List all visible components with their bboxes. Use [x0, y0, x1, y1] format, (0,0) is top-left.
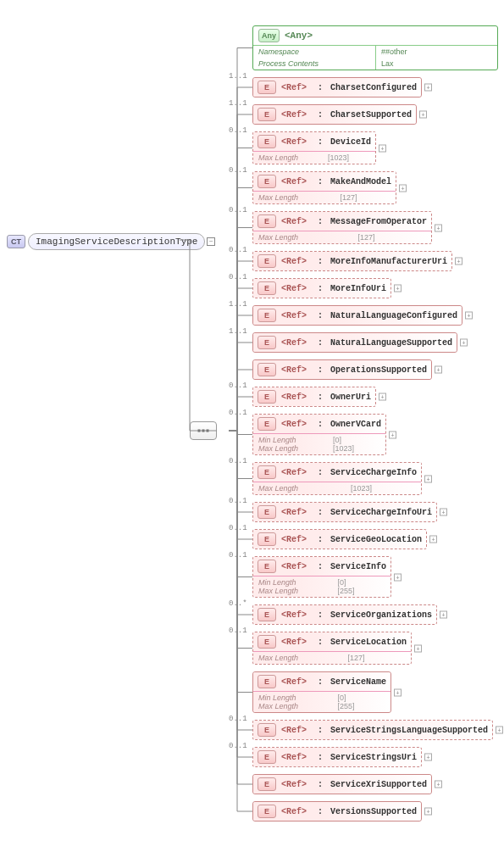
- element-ref-node[interactable]: 0..1E<Ref>:MoreInfoUri+: [252, 278, 498, 298]
- occurrence-indicator: 0..1: [229, 524, 247, 532]
- element-ref-node[interactable]: 0..1E<Ref>:DeviceIdMax Length[1023]+: [252, 131, 498, 164]
- expand-handle[interactable]: +: [440, 611, 447, 619]
- facets-grid: Min Length[0]Max Length[255]: [253, 691, 390, 712]
- name-separator: :: [318, 338, 323, 348]
- ref-keyword: <Ref>: [281, 217, 307, 226]
- element-ref-node[interactable]: 0..1E<Ref>:OwnerVCardMin Length[0]Max Le…: [252, 414, 498, 455]
- expand-handle[interactable]: +: [440, 509, 447, 516]
- element-ref-node[interactable]: E<Ref>:ServiceXriSupported+: [252, 774, 498, 794]
- occurrence-indicator: 1..1: [229, 327, 247, 336]
- expand-handle[interactable]: +: [496, 727, 503, 734]
- element-ref-node[interactable]: 0..1E<Ref>:ServiceChargeInfoMax Length[1…: [252, 462, 498, 495]
- element-ref-node[interactable]: 0..1E<Ref>:ServiceInfoMin Length[0]Max L…: [252, 556, 498, 598]
- expand-handle[interactable]: +: [424, 84, 432, 92]
- expand-handle[interactable]: +: [399, 184, 407, 192]
- facets-grid: Max Length[127]: [253, 231, 431, 243]
- ref-keyword: <Ref>: [281, 677, 307, 687]
- element-name: MoreInfoUri: [330, 284, 386, 293]
- facets-grid: Max Length[127]: [253, 191, 396, 203]
- name-separator: :: [318, 638, 323, 647]
- expand-handle[interactable]: +: [435, 224, 442, 231]
- element-badge: E: [258, 608, 276, 621]
- element-name: MessageFromOperator: [330, 217, 427, 226]
- name-separator: :: [318, 284, 323, 293]
- element-name: ServiceOrganizations: [330, 610, 432, 620]
- element-ref-node[interactable]: 0..1E<Ref>:ServiceLocationMax Length[127…: [252, 632, 498, 665]
- expand-handle[interactable]: +: [389, 431, 396, 438]
- any-wildcard-node[interactable]: Any <Any> Namespace ##other Process Cont…: [252, 25, 498, 70]
- ref-keyword: <Ref>: [281, 610, 307, 620]
- facets-grid: Max Length[1023]: [253, 482, 421, 494]
- expand-handle[interactable]: +: [379, 393, 386, 401]
- element-name: NaturalLanguageConfigured: [330, 311, 457, 320]
- element-ref-node[interactable]: 1..1E<Ref>:CharsetSupported+: [252, 104, 498, 125]
- element-ref-node[interactable]: 0..*E<Ref>:ServiceOrganizations+: [252, 604, 498, 625]
- element-name: OperationsSupported: [330, 365, 427, 375]
- element-badge: E: [258, 390, 276, 404]
- name-separator: :: [318, 753, 323, 762]
- expand-handle[interactable]: +: [394, 688, 402, 696]
- facets-grid: Min Length[0]Max Length[1023]: [253, 433, 385, 454]
- any-badge: Any: [258, 29, 280, 42]
- expand-handle[interactable]: +: [394, 573, 402, 581]
- any-namespace-value: ##other: [375, 46, 497, 58]
- ref-keyword: <Ref>: [281, 110, 307, 120]
- complex-type-badge: CT: [7, 235, 25, 248]
- expand-handle[interactable]: +: [465, 312, 473, 320]
- expand-handle[interactable]: +: [424, 475, 432, 482]
- expand-handle[interactable]: +: [424, 808, 432, 816]
- element-badge: E: [258, 723, 276, 737]
- element-ref-node[interactable]: 0..1E<Ref>:ServiceStringsLanguageSupport…: [252, 720, 498, 740]
- expand-handle[interactable]: +: [460, 339, 468, 347]
- root-complex-type-node[interactable]: CT ImagingServiceDescriptionType −: [7, 233, 215, 250]
- occurrence-indicator: 0..1: [229, 497, 247, 505]
- element-ref-node[interactable]: 1..1E<Ref>:NaturalLanguageSupported+: [252, 332, 498, 353]
- element-ref-node[interactable]: 0..1E<Ref>:ServiceGeoLocation+: [252, 529, 498, 549]
- element-ref-node[interactable]: 0..1E<Ref>:MoreInfoManufacturerUri+: [252, 251, 498, 271]
- expand-handle[interactable]: +: [424, 754, 432, 761]
- element-name: MakeAndModel: [330, 177, 391, 187]
- name-separator: :: [318, 677, 323, 687]
- name-separator: :: [318, 393, 323, 402]
- element-ref-node[interactable]: 0..1E<Ref>:OwnerUri+: [252, 387, 498, 407]
- element-name: ServiceStringsUri: [330, 753, 417, 762]
- expand-handle[interactable]: +: [379, 144, 386, 152]
- collapse-handle[interactable]: −: [207, 237, 215, 246]
- element-ref-node[interactable]: 1..1E<Ref>:NaturalLanguageConfigured+: [252, 305, 498, 326]
- element-ref-node[interactable]: E<Ref>:ServiceNameMin Length[0]Max Lengt…: [252, 671, 498, 713]
- element-badge: E: [258, 750, 276, 764]
- element-ref-node[interactable]: 0..1E<Ref>:MessageFromOperatorMax Length…: [252, 211, 498, 244]
- expand-handle[interactable]: +: [414, 644, 422, 652]
- sequence-compositor[interactable]: [190, 421, 217, 440]
- element-ref-node[interactable]: E<Ref>:VersionsSupported+: [252, 801, 498, 822]
- expand-handle[interactable]: +: [435, 366, 442, 374]
- name-separator: :: [318, 508, 323, 517]
- element-ref-node[interactable]: 0..1E<Ref>:MakeAndModelMax Length[127]+: [252, 171, 498, 204]
- expand-handle[interactable]: +: [394, 285, 402, 292]
- ref-keyword: <Ref>: [281, 137, 307, 147]
- ref-keyword: <Ref>: [281, 562, 307, 571]
- element-ref-node[interactable]: E<Ref>:OperationsSupported+: [252, 359, 498, 380]
- ref-keyword: <Ref>: [281, 807, 307, 816]
- facets-grid: Max Length[127]: [253, 651, 411, 664]
- expand-handle[interactable]: +: [419, 111, 427, 119]
- any-title: <Any>: [285, 31, 313, 41]
- children-list: Any <Any> Namespace ##other Process Cont…: [252, 25, 498, 822]
- occurrence-indicator: 0..1: [229, 715, 247, 723]
- name-separator: :: [318, 780, 323, 789]
- element-badge: E: [258, 281, 276, 295]
- expand-handle[interactable]: +: [435, 781, 442, 788]
- element-name: VersionsSupported: [330, 807, 417, 816]
- expand-handle[interactable]: +: [455, 258, 462, 265]
- ref-keyword: <Ref>: [281, 420, 307, 429]
- ref-keyword: <Ref>: [281, 365, 307, 375]
- occurrence-indicator: 1..1: [229, 72, 247, 81]
- element-badge: E: [258, 532, 276, 546]
- element-name: ServiceStringsLanguageSupported: [330, 726, 488, 735]
- ref-keyword: <Ref>: [281, 338, 307, 348]
- expand-handle[interactable]: +: [429, 536, 437, 543]
- element-ref-node[interactable]: 1..1E<Ref>:CharsetConfigured+: [252, 77, 498, 97]
- element-ref-node[interactable]: 0..1E<Ref>:ServiceChargeInfoUri+: [252, 502, 498, 522]
- facets-grid: Min Length[0]Max Length[255]: [253, 576, 390, 597]
- element-ref-node[interactable]: 0..1E<Ref>:ServiceStringsUri+: [252, 747, 498, 767]
